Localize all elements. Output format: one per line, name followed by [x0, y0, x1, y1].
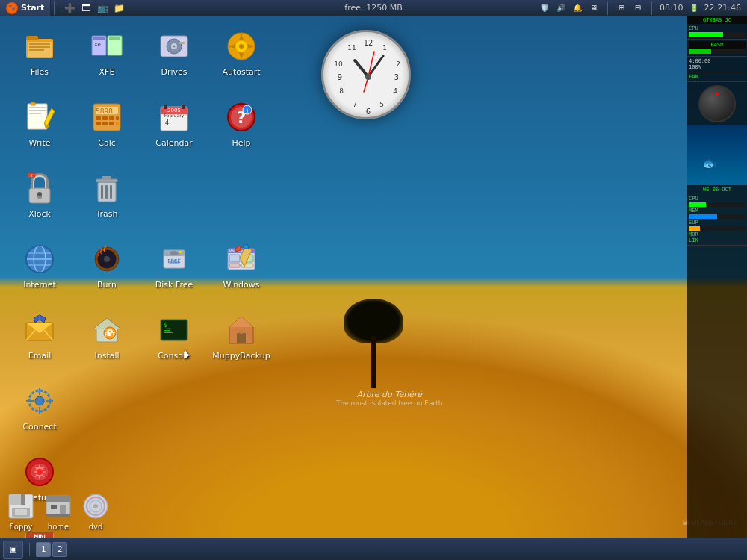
- mem-bar-fill: [689, 49, 711, 54]
- dvd-drive[interactable]: dvd: [81, 491, 111, 531]
- monitor-icon[interactable]: 🖥: [588, 2, 600, 14]
- icon-calc[interactable]: 5898 Calc: [73, 93, 140, 164]
- svg-text:2: 2: [396, 60, 400, 68]
- screen-icon[interactable]: 📺: [96, 2, 108, 14]
- network-icon[interactable]: 🔊: [555, 2, 567, 14]
- icon-write[interactable]: Write: [6, 93, 73, 164]
- icon-drives[interactable]: Drives: [140, 22, 208, 93]
- cpu-bar-label: CPU: [689, 25, 746, 31]
- icon-files[interactable]: Files: [6, 22, 73, 93]
- autostart-icon: [223, 28, 259, 64]
- svg-rect-30: [116, 116, 119, 120]
- timer-value: 4:00:00: [689, 58, 746, 64]
- write-icon: [22, 99, 58, 135]
- calendar-icon: 2005 February 4: [156, 99, 192, 135]
- new-icon[interactable]: ➕: [63, 2, 75, 14]
- tree-label: Arbre du Ténéré The most isolated tree o…: [336, 390, 442, 407]
- folder-icon[interactable]: 📁: [113, 2, 125, 14]
- icon-muppybackup[interactable]: MuppyBackup: [208, 306, 275, 377]
- icon-diskfree[interactable]: FREE Disk Free: [140, 235, 208, 306]
- icon-help[interactable]: ? i Help: [208, 93, 275, 164]
- bottom-drives-area: floppy home dvd: [0, 488, 117, 534]
- svg-rect-15: [179, 42, 185, 44]
- connect-label: Connect: [22, 422, 56, 432]
- svg-point-130: [365, 74, 371, 80]
- desktop-switcher: 1 2: [36, 542, 67, 557]
- icon-windows[interactable]: Windows Windows: [208, 235, 275, 306]
- icon-calendar[interactable]: 2005 February 4 Calendar: [140, 93, 208, 164]
- xfe-label: XFE: [99, 67, 115, 77]
- svg-text:8: 8: [339, 87, 344, 95]
- taskbar-top: 🐾 Start ➕ 🗖 📺 📁 free: 1250 MB 🛡️ 🔊 🔔 🖥 ⊞…: [0, 0, 747, 16]
- svg-text:5: 5: [379, 101, 384, 108]
- bottom-btn1[interactable]: ▣: [3, 541, 23, 559]
- svg-text:PET: PET: [105, 332, 116, 337]
- icon-trash[interactable]: Trash: [73, 164, 140, 235]
- svg-rect-21: [29, 110, 46, 111]
- email-label: Email: [28, 351, 52, 361]
- setup-icon: [22, 454, 58, 490]
- fish-area: 🐟: [687, 125, 747, 185]
- battery-icon[interactable]: 🔋: [688, 2, 700, 14]
- svg-rect-71: [179, 251, 182, 253]
- icon-connect[interactable]: Connect: [6, 377, 73, 448]
- xfe-icon: Xe: [89, 28, 125, 64]
- svg-text:4: 4: [393, 87, 397, 95]
- home-icon: [43, 491, 73, 521]
- icon-xlock[interactable]: X Xlock: [6, 164, 73, 235]
- icon-autostart[interactable]: Autostart: [208, 22, 275, 93]
- svg-text:10: 10: [334, 60, 343, 68]
- stat-bar1: [689, 202, 746, 207]
- icon-xfe[interactable]: Xe XFE: [73, 22, 140, 93]
- floppy-drive[interactable]: floppy: [6, 491, 36, 531]
- help-label: Help: [232, 138, 250, 148]
- svg-rect-138: [51, 505, 57, 509]
- clock-widget: 12 3 6 9 1 2 4 5 7 8 10 11: [321, 30, 411, 119]
- monitor-title2: BASM: [689, 41, 746, 49]
- fish-icon: 🐟: [702, 156, 717, 170]
- svg-rect-41: [182, 105, 185, 109]
- shield-icon[interactable]: 🛡️: [539, 2, 551, 14]
- help-icon: ? i: [223, 99, 259, 135]
- separator: [54, 1, 55, 15]
- icon-email[interactable]: Email: [6, 306, 73, 377]
- svg-rect-31: [96, 122, 101, 125]
- fan-section: FAN: [687, 72, 747, 82]
- svg-rect-32: [102, 122, 108, 125]
- mouse-cursor: [185, 349, 189, 359]
- desktop-1-btn[interactable]: 1: [36, 542, 51, 557]
- lik-label: LIK: [689, 237, 746, 243]
- stat-bar3-fill: [689, 226, 700, 231]
- volume-knob[interactable]: [698, 85, 736, 122]
- install-icon: P PET: [89, 312, 125, 348]
- cpu-section: CPU: [687, 24, 747, 40]
- svg-rect-28: [102, 116, 108, 120]
- grid-icon[interactable]: ⊞: [616, 2, 627, 14]
- desktop-2-btn[interactable]: 2: [52, 542, 67, 557]
- floppy-icon: [6, 491, 36, 521]
- svg-point-67: [104, 256, 110, 262]
- volume-icon[interactable]: 🔔: [571, 2, 583, 14]
- tray-sep: [607, 1, 608, 15]
- icon-install[interactable]: P PET Install: [73, 306, 140, 377]
- svg-text:X: X: [30, 173, 33, 178]
- window-icon[interactable]: 🗖: [80, 2, 92, 14]
- icon-internet[interactable]: Internet: [6, 235, 73, 306]
- svg-text:$_: $_: [164, 322, 171, 329]
- svg-rect-55: [105, 185, 108, 199]
- svg-rect-79: [229, 264, 240, 267]
- bottom-sep: [29, 543, 30, 556]
- percent-value: 100%: [689, 64, 746, 70]
- svg-point-105: [37, 469, 43, 475]
- svg-rect-137: [46, 496, 70, 502]
- home-drive[interactable]: home: [43, 491, 73, 531]
- stat-bar2: [689, 214, 746, 219]
- svg-point-98: [35, 396, 44, 405]
- start-button[interactable]: 🐾 Start: [0, 0, 51, 16]
- icon-console[interactable]: $_ Console: [140, 306, 208, 377]
- grid2-icon[interactable]: ⊟: [632, 2, 644, 14]
- svg-rect-93: [164, 330, 170, 331]
- icon-burn[interactable]: Burn: [73, 235, 140, 306]
- svg-point-14: [173, 46, 176, 48]
- floppy-label: floppy: [9, 523, 32, 531]
